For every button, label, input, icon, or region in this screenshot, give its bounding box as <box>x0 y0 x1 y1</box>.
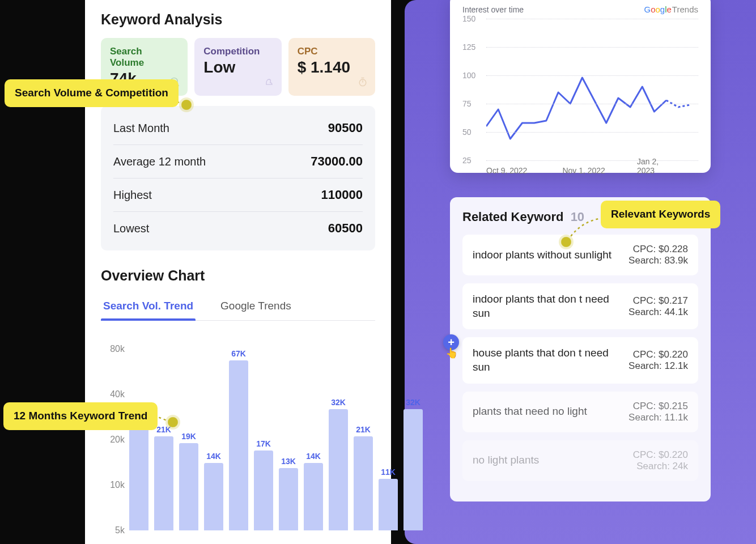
stat-value: 73000.00 <box>311 154 363 169</box>
bar-column: 21K <box>354 425 373 530</box>
keyword-text: indoor plants without sunlight <box>473 248 621 262</box>
trends-ytick: 125 <box>462 42 475 52</box>
bar-column: 32K <box>404 398 423 530</box>
trends-gridline <box>486 104 698 104</box>
bar-column: 21K <box>154 425 173 530</box>
bar-value-label: 19K <box>181 432 196 441</box>
bar <box>179 443 198 530</box>
stat-label: Highest <box>113 189 152 202</box>
trends-line-chart: 150125100755025Oct 9, 2022Nov 1, 2022Jan… <box>462 19 698 160</box>
metric-card-competition[interactable]: Competition Low <box>194 38 281 96</box>
bar <box>204 463 223 530</box>
bar-ytick: 5k <box>115 525 125 536</box>
bar-column: 17K <box>254 439 273 530</box>
trends-ytick: 75 <box>462 99 472 108</box>
callout-12-months-trend: 12 Months Keyword Trend <box>3 402 158 430</box>
muscle-icon <box>264 76 275 90</box>
trends-ytick: 50 <box>462 128 472 137</box>
keyword-card[interactable]: no light plantsCPC: $0.220Search: 24k <box>462 440 698 481</box>
stat-label: Lowest <box>113 222 149 235</box>
bar <box>154 436 173 530</box>
stat-label: Last Month <box>113 122 169 135</box>
trends-gridline <box>486 19 698 19</box>
keyword-text: house plants that don t need sun <box>473 346 621 374</box>
keyword-analysis-title: Keyword Analysis <box>101 11 375 28</box>
keyword-search: Search: 12.1k <box>628 360 688 372</box>
bar-ytick: 40k <box>110 389 125 400</box>
keyword-search: Search: 83.9k <box>628 255 688 266</box>
callout-relevant-keywords: Relevant Keywords <box>601 201 720 228</box>
bar-column: 67K <box>229 349 248 530</box>
stat-row-avg-12m: Average 12 month 73000.00 <box>113 145 363 178</box>
keyword-meta: CPC: $0.215Search: 11.1k <box>628 401 688 423</box>
trends-ytick: 150 <box>462 14 475 23</box>
keyword-meta: CPC: $0.220Search: 12.1k <box>628 349 688 372</box>
keyword-card[interactable]: house plants that don t need sunCPC: $0.… <box>462 337 698 383</box>
google-trends-card: Interest over time GoogleTrends 15012510… <box>450 0 711 173</box>
bar-chart-yaxis: 80k40k20k10k5k <box>101 349 128 530</box>
trends-header: Interest over time GoogleTrends <box>462 5 698 14</box>
trends-gridline <box>486 132 698 133</box>
trends-xtick: Oct 9, 2022 <box>486 166 527 175</box>
bar-ytick: 80k <box>110 344 125 354</box>
annotation-dot <box>179 97 194 112</box>
bar <box>354 436 373 530</box>
stat-row-highest: Highest 110000 <box>113 178 363 212</box>
keyword-text: plants that need no light <box>473 405 621 419</box>
metric-label: Search Volume <box>110 46 179 69</box>
tab-google-trends[interactable]: Google Trends <box>218 294 294 320</box>
keyword-meta: CPC: $0.228Search: 83.9k <box>628 244 688 266</box>
bar <box>329 409 348 530</box>
bar <box>129 420 148 530</box>
keyword-cpc: CPC: $0.215 <box>628 401 688 412</box>
keyword-meta: CPC: $0.217Search: 44.1k <box>628 295 688 318</box>
bar <box>379 479 398 530</box>
keyword-text: indoor plants that don t need sun <box>473 292 621 320</box>
google-trends-logo: GoogleTrends <box>644 5 698 14</box>
bar-value-label: 17K <box>256 439 271 448</box>
bar-column: 19K <box>179 432 198 530</box>
tab-search-vol-trend[interactable]: Search Vol. Trend <box>101 294 196 320</box>
bar-value-label: 32K <box>406 398 421 407</box>
timer-icon <box>357 76 368 90</box>
bar-chart-bars: 27K21K19K14K67K17K13K14K32K21K11K32K <box>129 349 375 530</box>
trends-ytick: 25 <box>462 156 472 165</box>
bar-value-label: 21K <box>356 425 371 434</box>
bar-value-label: 11K <box>381 468 396 477</box>
keyword-cpc: CPC: $0.228 <box>628 244 688 255</box>
stat-label: Average 12 month <box>113 155 206 168</box>
stat-value: 90500 <box>328 121 363 135</box>
keyword-card[interactable]: plants that need no lightCPC: $0.215Sear… <box>462 392 698 432</box>
metric-label: CPC <box>298 46 366 57</box>
keyword-cpc: CPC: $0.220 <box>628 349 688 360</box>
related-keyword-count: 10 <box>571 210 584 224</box>
trends-title: Interest over time <box>462 5 524 14</box>
bar-value-label: 32K <box>331 398 346 407</box>
keyword-card[interactable]: indoor plants that don t need sunCPC: $0… <box>462 283 698 329</box>
annotation-dot <box>559 235 574 249</box>
bar-ytick: 10k <box>110 480 125 490</box>
related-keyword-panel: Related Keyword 10 indoor plants without… <box>450 197 711 502</box>
overview-chart-title: Overview Chart <box>101 267 375 284</box>
keyword-list: indoor plants without sunlightCPC: $0.22… <box>462 235 698 481</box>
trends-ytick: 100 <box>462 71 475 80</box>
bar-column: 32K <box>329 398 348 530</box>
metric-label: Competition <box>203 46 272 57</box>
metric-card-cpc[interactable]: CPC $ 1.140 <box>288 38 375 96</box>
keyword-search: Search: 11.1k <box>628 412 688 423</box>
callout-search-volume: Search Volume & Competition <box>5 79 179 107</box>
keyword-meta: CPC: $0.220Search: 24k <box>633 449 688 472</box>
trends-gridline <box>486 47 698 48</box>
add-keyword-button[interactable]: + <box>443 334 459 350</box>
volume-stats-box: Last Month 90500 Average 12 month 73000.… <box>101 106 375 250</box>
trends-line <box>486 78 666 139</box>
bar <box>229 360 248 530</box>
keyword-card[interactable]: indoor plants without sunlightCPC: $0.22… <box>462 235 698 275</box>
bar-value-label: 13K <box>281 457 296 466</box>
trends-xtick: Nov 1, 2022 <box>562 166 605 175</box>
keyword-cpc: CPC: $0.220 <box>633 449 688 461</box>
keyword-search: Search: 24k <box>633 461 688 472</box>
bar-value-label: 67K <box>231 349 246 358</box>
bar-column: 13K <box>279 457 298 530</box>
stat-row-lowest: Lowest 60500 <box>113 212 363 245</box>
